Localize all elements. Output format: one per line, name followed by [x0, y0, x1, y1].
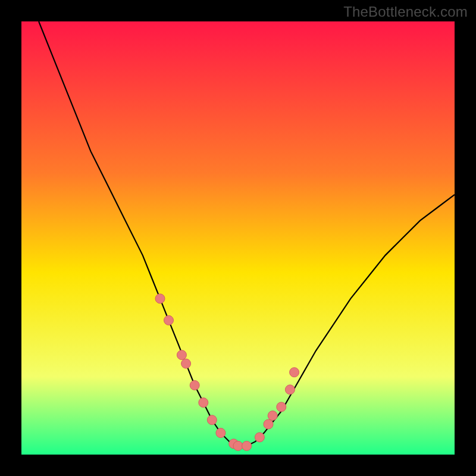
marker-dot	[233, 441, 243, 450]
watermark-text: TheBottleneck.com	[343, 4, 468, 20]
marker-dot	[264, 419, 273, 429]
gradient-background	[21, 21, 455, 455]
marker-dot	[277, 402, 286, 412]
marker-dot	[190, 381, 199, 390]
chart-svg	[0, 0, 476, 476]
marker-dot	[242, 441, 252, 450]
chart-container: TheBottleneck.com	[0, 0, 476, 476]
marker-dot	[268, 411, 277, 421]
marker-dot	[207, 415, 217, 425]
marker-dot	[290, 368, 299, 377]
marker-dot	[199, 398, 208, 408]
marker-dot	[177, 350, 186, 360]
marker-dot	[255, 433, 264, 442]
marker-dot	[216, 428, 226, 438]
marker-dot	[155, 294, 165, 303]
marker-dot	[181, 359, 191, 368]
marker-dot	[164, 315, 174, 325]
marker-dot	[285, 385, 295, 394]
